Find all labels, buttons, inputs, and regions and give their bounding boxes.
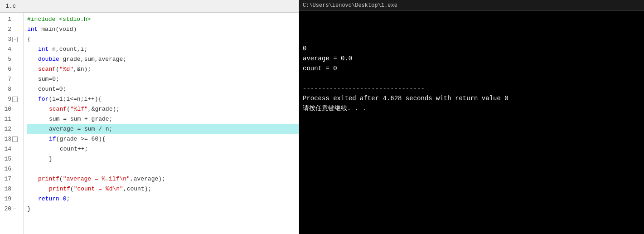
code-line: double grade,sum,average; xyxy=(27,54,299,64)
code-segment: ( xyxy=(56,64,59,74)
line-number: 16 xyxy=(0,164,11,174)
code-line: #include <stdio.h> xyxy=(27,15,299,24)
line-number: 17 xyxy=(0,174,11,184)
code-segment: printf xyxy=(38,174,59,184)
line-number: 6 xyxy=(0,64,11,74)
code-segment: sum=0; xyxy=(38,74,59,84)
line-number-row: 4 xyxy=(0,44,19,54)
line-number: 12 xyxy=(0,124,11,134)
code-segment: 0 xyxy=(63,194,67,204)
code-lines[interactable]: #include <stdio.h>int main(void){int n,c… xyxy=(24,13,299,234)
code-line: } xyxy=(27,154,299,164)
console-output-line: 请按任意键继续. . . xyxy=(303,103,640,113)
code-segment: int xyxy=(38,44,48,54)
code-segment: { xyxy=(27,34,31,44)
console-titlebar: C:\Users\lenovo\Desktop\1.exe xyxy=(299,0,644,11)
fold-icon[interactable]: – xyxy=(12,97,18,102)
code-segment: count=0; xyxy=(38,84,66,94)
editor-panel: 1.c 123–456789–10111213–1415–1617181920–… xyxy=(0,0,299,234)
line-number: 9 xyxy=(0,94,11,104)
line-number-row: 2 xyxy=(0,24,19,34)
line-number-row: 11 xyxy=(0,114,19,124)
console-text: 请按任意键继续. . . xyxy=(303,103,366,113)
line-number-row: 20– xyxy=(0,204,19,214)
line-number: 4 xyxy=(0,44,11,54)
line-number: 18 xyxy=(0,184,11,194)
code-segment: double xyxy=(38,54,59,64)
line-number-row: 13– xyxy=(0,134,19,144)
code-segment: printf xyxy=(49,184,70,194)
code-line: scanf("%d",&n); xyxy=(27,64,299,74)
code-segment: (i=1;i<=n;i++){ xyxy=(48,94,102,104)
console-text: count = 0 xyxy=(303,63,337,73)
tab-label: 1.c xyxy=(5,3,16,10)
code-line: printf("average = %.1lf\n",average); xyxy=(27,174,299,184)
code-line: if(grade >= 60){ xyxy=(27,134,299,144)
code-segment: #include <stdio.h> xyxy=(27,15,91,24)
code-line: count=0; xyxy=(27,84,299,94)
line-dash: – xyxy=(11,154,18,164)
line-number-row: 12 xyxy=(0,124,19,134)
code-segment: } xyxy=(49,154,53,164)
line-number: 11 xyxy=(0,114,11,124)
code-line: return 0; xyxy=(27,194,299,204)
code-segment: average = sum / n; xyxy=(49,124,112,134)
code-segment: return xyxy=(38,194,59,204)
line-number-row: 5 xyxy=(0,54,19,64)
code-line: scanf("%lf",&grade); xyxy=(27,104,299,114)
editor-tab[interactable]: 1.c xyxy=(0,0,299,13)
line-number: 5 xyxy=(0,54,11,64)
line-number: 2 xyxy=(0,24,11,34)
line-dash: – xyxy=(11,204,18,214)
code-segment: "count = %d\n" xyxy=(74,184,123,194)
code-segment: int xyxy=(27,24,38,34)
code-line: for(i=1;i<=n;i++){ xyxy=(27,94,299,104)
code-line: int main(void) xyxy=(27,24,299,34)
line-number-row: 9– xyxy=(0,94,19,104)
line-number-row: 3– xyxy=(0,34,19,44)
fold-icon[interactable]: – xyxy=(12,136,18,142)
line-number-row: 16 xyxy=(0,164,19,174)
code-segment: ,&grade); xyxy=(88,104,120,114)
line-number: 1 xyxy=(0,15,11,24)
code-line: } xyxy=(27,204,299,214)
line-number-row: 7 xyxy=(0,74,19,84)
code-segment xyxy=(59,194,63,204)
code-segment: (grade >= 60){ xyxy=(56,134,106,144)
code-line: int n,count,i; xyxy=(27,44,299,54)
console-output-line: count = 0 xyxy=(303,63,640,73)
fold-icon[interactable]: – xyxy=(12,37,18,42)
console-output-line: 0 xyxy=(303,44,640,54)
code-segment: "average = %.1lf\n" xyxy=(63,174,130,184)
line-number: 7 xyxy=(0,74,11,84)
console-panel: C:\Users\lenovo\Desktop\1.exe 0average =… xyxy=(299,0,644,234)
line-number: 19 xyxy=(0,194,11,204)
code-area: 123–456789–10111213–1415–1617181920– #in… xyxy=(0,13,299,234)
code-segment: ( xyxy=(70,184,74,194)
code-line: printf("count = %d\n",count); xyxy=(27,184,299,194)
code-segment: if xyxy=(49,134,56,144)
code-line: sum = sum + grade; xyxy=(27,114,299,124)
code-segment: ( xyxy=(59,174,63,184)
console-text: average = 0.0 xyxy=(303,54,352,63)
code-segment: "%d" xyxy=(59,64,73,74)
code-segment: ,count); xyxy=(123,184,151,194)
line-number-row: 1 xyxy=(0,15,19,24)
line-number: 14 xyxy=(0,144,11,154)
line-number-row: 14 xyxy=(0,144,19,154)
line-number-row: 17 xyxy=(0,174,19,184)
code-segment: sum = sum + grade; xyxy=(49,114,112,124)
console-output-line: -------------------------------- xyxy=(303,83,640,93)
line-number: 20 xyxy=(0,204,11,214)
code-line xyxy=(27,164,299,174)
code-segment: ,average); xyxy=(130,174,165,184)
code-segment: } xyxy=(27,204,31,214)
console-text: 0 xyxy=(303,44,306,54)
line-number: 13 xyxy=(0,134,11,144)
code-segment: ,&n); xyxy=(73,64,91,74)
console-text: -------------------------------- xyxy=(303,83,425,93)
code-line: count++; xyxy=(27,144,299,154)
code-segment: grade,sum,average; xyxy=(59,54,126,64)
code-segment: n,count,i; xyxy=(48,44,87,54)
code-segment: count++; xyxy=(60,144,88,154)
